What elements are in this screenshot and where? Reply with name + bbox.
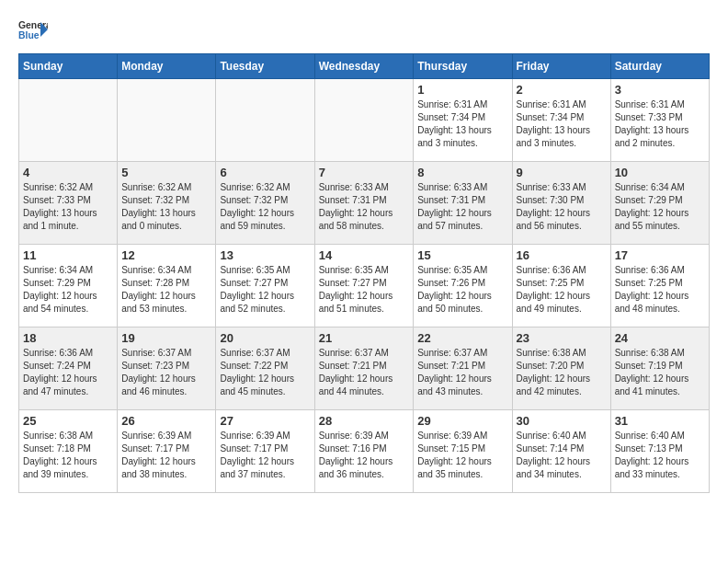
day-header-monday: Monday: [118, 54, 216, 79]
day-info: Sunrise: 6:31 AM Sunset: 7:34 PM Dayligh…: [517, 98, 607, 150]
day-number: 22: [417, 331, 507, 345]
day-header-friday: Friday: [512, 54, 610, 79]
day-info: Sunrise: 6:39 AM Sunset: 7:15 PM Dayligh…: [417, 430, 507, 481]
calendar-cell: 3Sunrise: 6:31 AM Sunset: 7:33 PM Daylig…: [610, 79, 709, 162]
day-number: 1: [417, 83, 507, 97]
day-info: Sunrise: 6:35 AM Sunset: 7:27 PM Dayligh…: [319, 264, 410, 316]
calendar-cell: 10Sunrise: 6:34 AM Sunset: 7:29 PM Dayli…: [610, 162, 709, 245]
day-info: Sunrise: 6:34 AM Sunset: 7:29 PM Dayligh…: [615, 181, 705, 233]
calendar-cell: 22Sunrise: 6:37 AM Sunset: 7:21 PM Dayli…: [414, 327, 512, 410]
day-number: 2: [517, 83, 607, 97]
calendar-cell: 9Sunrise: 6:33 AM Sunset: 7:30 PM Daylig…: [512, 162, 610, 245]
calendar-cell: 11Sunrise: 6:34 AM Sunset: 7:29 PM Dayli…: [19, 245, 118, 327]
calendar-cell: 23Sunrise: 6:38 AM Sunset: 7:20 PM Dayli…: [512, 327, 610, 410]
day-number: 17: [615, 248, 705, 262]
day-info: Sunrise: 6:37 AM Sunset: 7:21 PM Dayligh…: [417, 347, 507, 398]
day-info: Sunrise: 6:39 AM Sunset: 7:16 PM Dayligh…: [319, 430, 410, 481]
calendar-cell: 1Sunrise: 6:31 AM Sunset: 7:34 PM Daylig…: [414, 79, 512, 162]
day-info: Sunrise: 6:40 AM Sunset: 7:13 PM Dayligh…: [615, 430, 705, 481]
day-info: Sunrise: 6:37 AM Sunset: 7:21 PM Dayligh…: [319, 347, 410, 398]
calendar-week-row: 18Sunrise: 6:36 AM Sunset: 7:24 PM Dayli…: [19, 327, 710, 410]
calendar-cell: [216, 79, 314, 162]
calendar-cell: 15Sunrise: 6:35 AM Sunset: 7:26 PM Dayli…: [414, 245, 512, 327]
day-info: Sunrise: 6:39 AM Sunset: 7:17 PM Dayligh…: [121, 430, 211, 481]
day-number: 9: [517, 166, 607, 179]
calendar-week-row: 11Sunrise: 6:34 AM Sunset: 7:29 PM Dayli…: [19, 245, 710, 327]
day-number: 14: [319, 248, 410, 262]
calendar-cell: 6Sunrise: 6:32 AM Sunset: 7:32 PM Daylig…: [216, 162, 314, 245]
day-header-saturday: Saturday: [610, 54, 709, 79]
day-number: 10: [615, 166, 705, 179]
calendar-cell: [118, 79, 216, 162]
day-number: 13: [220, 248, 310, 262]
calendar-cell: 20Sunrise: 6:37 AM Sunset: 7:22 PM Dayli…: [216, 327, 314, 410]
day-number: 30: [517, 414, 607, 428]
day-number: 16: [517, 248, 607, 262]
day-number: 4: [23, 166, 113, 179]
day-number: 12: [121, 248, 211, 262]
day-number: 20: [220, 331, 310, 345]
day-info: Sunrise: 6:36 AM Sunset: 7:25 PM Dayligh…: [517, 264, 607, 316]
calendar-cell: 25Sunrise: 6:38 AM Sunset: 7:18 PM Dayli…: [19, 410, 118, 493]
day-info: Sunrise: 6:33 AM Sunset: 7:30 PM Dayligh…: [517, 181, 607, 233]
day-number: 15: [417, 248, 507, 262]
day-info: Sunrise: 6:32 AM Sunset: 7:32 PM Dayligh…: [220, 181, 310, 233]
calendar-cell: 17Sunrise: 6:36 AM Sunset: 7:25 PM Dayli…: [610, 245, 709, 327]
day-number: 8: [417, 166, 507, 179]
calendar-cell: 30Sunrise: 6:40 AM Sunset: 7:14 PM Dayli…: [512, 410, 610, 493]
calendar-cell: 16Sunrise: 6:36 AM Sunset: 7:25 PM Dayli…: [512, 245, 610, 327]
day-info: Sunrise: 6:38 AM Sunset: 7:18 PM Dayligh…: [23, 430, 113, 481]
calendar-cell: 7Sunrise: 6:33 AM Sunset: 7:31 PM Daylig…: [314, 162, 414, 245]
calendar-week-row: 25Sunrise: 6:38 AM Sunset: 7:18 PM Dayli…: [19, 410, 710, 493]
day-info: Sunrise: 6:36 AM Sunset: 7:24 PM Dayligh…: [23, 347, 113, 398]
calendar-cell: [314, 79, 414, 162]
logo: General Blue: [18, 18, 48, 44]
day-header-sunday: Sunday: [19, 54, 118, 79]
day-number: 21: [319, 331, 410, 345]
day-info: Sunrise: 6:40 AM Sunset: 7:14 PM Dayligh…: [517, 430, 607, 481]
day-number: 5: [121, 166, 211, 179]
day-number: 26: [121, 414, 211, 428]
calendar-cell: 12Sunrise: 6:34 AM Sunset: 7:28 PM Dayli…: [118, 245, 216, 327]
calendar-table: SundayMondayTuesdayWednesdayThursdayFrid…: [18, 53, 710, 493]
calendar-cell: 26Sunrise: 6:39 AM Sunset: 7:17 PM Dayli…: [118, 410, 216, 493]
day-info: Sunrise: 6:34 AM Sunset: 7:29 PM Dayligh…: [23, 264, 113, 316]
day-info: Sunrise: 6:33 AM Sunset: 7:31 PM Dayligh…: [417, 181, 507, 233]
svg-text:Blue: Blue: [18, 30, 40, 40]
calendar-header-row: SundayMondayTuesdayWednesdayThursdayFrid…: [19, 54, 710, 79]
day-number: 25: [23, 414, 113, 428]
calendar-cell: 24Sunrise: 6:38 AM Sunset: 7:19 PM Dayli…: [610, 327, 709, 410]
calendar-cell: 28Sunrise: 6:39 AM Sunset: 7:16 PM Dayli…: [314, 410, 414, 493]
calendar-week-row: 1Sunrise: 6:31 AM Sunset: 7:34 PM Daylig…: [19, 79, 710, 162]
day-info: Sunrise: 6:35 AM Sunset: 7:26 PM Dayligh…: [417, 264, 507, 316]
logo-icon: General Blue: [18, 18, 48, 44]
day-number: 24: [615, 331, 705, 345]
day-info: Sunrise: 6:31 AM Sunset: 7:34 PM Dayligh…: [417, 98, 507, 150]
day-info: Sunrise: 6:37 AM Sunset: 7:23 PM Dayligh…: [121, 347, 211, 398]
day-number: 3: [615, 83, 705, 97]
day-info: Sunrise: 6:36 AM Sunset: 7:25 PM Dayligh…: [615, 264, 705, 316]
day-info: Sunrise: 6:35 AM Sunset: 7:27 PM Dayligh…: [220, 264, 310, 316]
day-number: 7: [319, 166, 410, 179]
day-header-wednesday: Wednesday: [314, 54, 414, 79]
calendar-cell: 27Sunrise: 6:39 AM Sunset: 7:17 PM Dayli…: [216, 410, 314, 493]
day-info: Sunrise: 6:37 AM Sunset: 7:22 PM Dayligh…: [220, 347, 310, 398]
day-header-tuesday: Tuesday: [216, 54, 314, 79]
day-number: 6: [220, 166, 310, 179]
day-number: 23: [517, 331, 607, 345]
page-header: General Blue: [18, 18, 710, 44]
calendar-cell: 31Sunrise: 6:40 AM Sunset: 7:13 PM Dayli…: [610, 410, 709, 493]
day-number: 18: [23, 331, 113, 345]
day-info: Sunrise: 6:33 AM Sunset: 7:31 PM Dayligh…: [319, 181, 410, 233]
calendar-cell: 19Sunrise: 6:37 AM Sunset: 7:23 PM Dayli…: [118, 327, 216, 410]
day-info: Sunrise: 6:31 AM Sunset: 7:33 PM Dayligh…: [615, 98, 705, 150]
calendar-week-row: 4Sunrise: 6:32 AM Sunset: 7:33 PM Daylig…: [19, 162, 710, 245]
calendar-cell: [19, 79, 118, 162]
calendar-cell: 14Sunrise: 6:35 AM Sunset: 7:27 PM Dayli…: [314, 245, 414, 327]
day-info: Sunrise: 6:38 AM Sunset: 7:19 PM Dayligh…: [615, 347, 705, 398]
calendar-cell: 5Sunrise: 6:32 AM Sunset: 7:32 PM Daylig…: [118, 162, 216, 245]
day-number: 19: [121, 331, 211, 345]
day-number: 29: [417, 414, 507, 428]
day-number: 28: [319, 414, 410, 428]
day-info: Sunrise: 6:32 AM Sunset: 7:32 PM Dayligh…: [121, 181, 211, 233]
